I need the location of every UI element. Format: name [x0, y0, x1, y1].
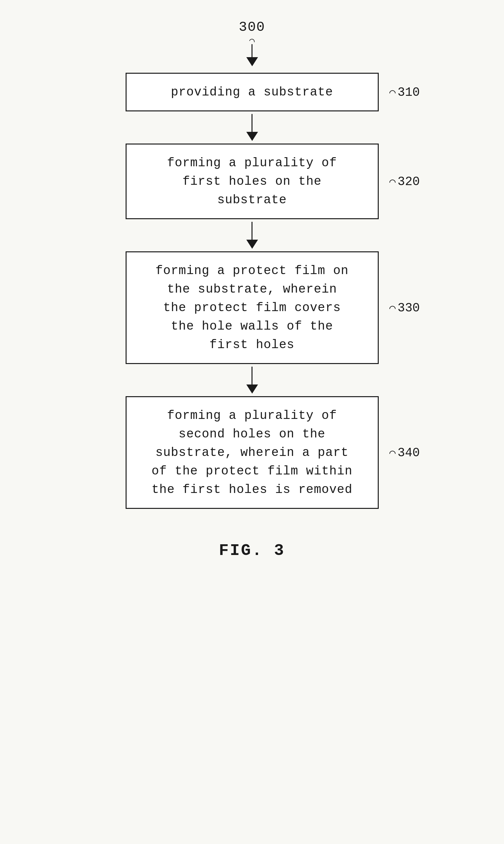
- top-arrow: ⌒: [246, 37, 258, 66]
- step-320-text: forming a plurality offirst holes on the…: [167, 156, 337, 207]
- arrow-2: [246, 222, 258, 249]
- diagram-container: 300 ⌒ providing a substrate ⌒ 310: [106, 19, 398, 560]
- arrow-head-2: [246, 240, 258, 249]
- arrow-line-1: [252, 114, 252, 132]
- arrow-3: [246, 367, 258, 393]
- arrow-line-2: [252, 222, 252, 240]
- step-310-ref: ⌒ 310: [390, 85, 420, 99]
- step-330-ref: ⌒ 330: [390, 301, 420, 315]
- step-310-box: providing a substrate ⌒ 310: [126, 73, 379, 111]
- arrow-line-3: [252, 367, 252, 385]
- arrow-1: [246, 114, 258, 141]
- top-label-area: 300 ⌒: [239, 19, 266, 66]
- step-320-ref: ⌒ 320: [390, 174, 420, 188]
- page: 300 ⌒ providing a substrate ⌒ 310: [0, 0, 504, 844]
- arrow-head-3: [246, 385, 258, 393]
- arrow-head-1: [246, 132, 258, 141]
- step-340-ref: ⌒ 340: [390, 445, 420, 459]
- top-arrow-head: [246, 57, 258, 66]
- step-330-box: forming a protect film onthe substrate, …: [126, 251, 379, 364]
- diagram-ref-number: 300: [239, 19, 266, 35]
- step-340-box: forming a plurality ofsecond holes on th…: [126, 396, 379, 509]
- step-320-box: forming a plurality offirst holes on the…: [126, 143, 379, 219]
- step-330-text: forming a protect film onthe substrate, …: [156, 264, 348, 352]
- step-340-text: forming a plurality ofsecond holes on th…: [151, 408, 353, 496]
- step-310-text: providing a substrate: [171, 85, 333, 99]
- figure-caption: FIG. 3: [219, 541, 285, 560]
